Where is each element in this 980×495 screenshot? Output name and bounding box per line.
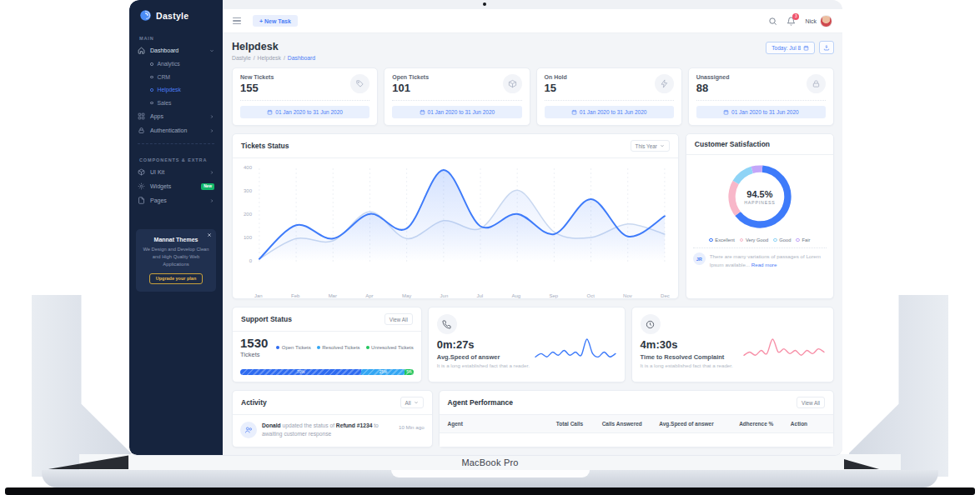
read-more-link[interactable]: Read more [751, 262, 777, 268]
page-content: Helpdesk Dastyle / Helpdesk / Dashboard … [223, 33, 842, 455]
new-task-button[interactable]: + New Task [253, 15, 298, 27]
tickets-total: 1530 [240, 337, 268, 349]
column-header: Adherence % [739, 421, 791, 427]
brand[interactable]: Dastyle [129, 0, 223, 28]
y-axis: 4003002001000 [238, 165, 254, 263]
satisfaction-note: JR There are many variations of passages… [693, 252, 827, 272]
legend-dot-open [276, 346, 279, 349]
nav-section-main: MAIN [129, 28, 223, 43]
legend-dot-very-good [740, 238, 744, 242]
tickets-status-card: Tickets Status This Year 4003002001000 [232, 133, 679, 299]
file-icon [138, 197, 145, 204]
chevron-right-icon [209, 114, 214, 119]
view-all-button[interactable]: View All [797, 397, 825, 408]
gear-icon [138, 182, 145, 190]
bullet-icon [150, 88, 153, 92]
clock-icon [641, 314, 661, 334]
sidebar-item-authentication[interactable]: Authentication [129, 123, 223, 138]
card-title: Activity [241, 398, 267, 407]
legend-dot-excellent [709, 238, 713, 242]
stat-cards-row: New Tickets 155 01 Jan 2020 to 31 Jun 20… [232, 68, 834, 126]
sidebar-item-crm[interactable]: CRM [129, 71, 223, 84]
divider [240, 100, 369, 101]
sidebar-item-widgets[interactable]: Widgets New [129, 179, 223, 193]
user-menu[interactable]: Nick [805, 15, 832, 28]
calendar-icon [571, 109, 577, 115]
year-filter-dropdown[interactable]: This Year [631, 140, 670, 152]
x-tick-label: Jan [254, 293, 263, 298]
date-range-label: 01 Jan 2020 to 31 Jun 2020 [731, 109, 799, 115]
sidebar-item-label: Sales [158, 100, 172, 106]
agent-performance-card: Agent Performance View All Agent Total C… [439, 390, 834, 448]
chevron-right-icon [209, 170, 214, 175]
customer-satisfaction-card: Customer Satisfaction 94.5% HAPPINESS [686, 133, 834, 299]
resolve-time-card: 4m:30s Time to Resolved Complaint It is … [631, 307, 834, 382]
lock-icon [807, 74, 826, 93]
notifications-button[interactable]: 3 [787, 17, 796, 26]
upgrade-plan-button[interactable]: Upgrade your plan [149, 273, 204, 284]
brand-logo-icon [139, 9, 152, 22]
chevron-down-icon [414, 400, 419, 405]
sidebar-item-label: UI Kit [150, 169, 164, 175]
laptop-base-notch [391, 470, 590, 478]
x-tick-label: Sep [549, 293, 558, 298]
menu-toggle-icon[interactable] [233, 18, 241, 25]
column-header: Total Calls [556, 421, 602, 427]
lock-icon [138, 127, 145, 134]
x-tick-label: Jun [440, 293, 449, 298]
download-button[interactable] [819, 41, 834, 54]
topbar: + New Task 3 Nick [223, 9, 842, 33]
main-area: + New Task 3 Nick Helpdesk [223, 0, 842, 455]
sidebar-item-analytics[interactable]: Analytics [129, 58, 223, 71]
sidebar-item-label: Analytics [158, 61, 180, 67]
view-all-button[interactable]: View All [384, 313, 413, 325]
x-tick-label: Jul [477, 293, 484, 298]
brand-name: Dastyle [156, 11, 188, 21]
sidebar-item-pages[interactable]: Pages [129, 193, 223, 208]
breadcrumb-root[interactable]: Dastyle [232, 55, 251, 61]
activity-item[interactable]: Donald updated the status of Refund #123… [233, 415, 432, 446]
x-tick-label: Dec [661, 293, 670, 298]
date-filter-button[interactable]: Today: Jul 8 [766, 42, 815, 54]
line-chart [254, 165, 670, 292]
laptop-base [42, 470, 938, 488]
sidebar-item-label: Helpdesk [158, 87, 181, 92]
sidebar-item-dashboard[interactable]: Dashboard [129, 43, 223, 58]
legend-label: Excellent [715, 238, 735, 242]
phone-icon [437, 314, 457, 334]
stat-value: 88 [696, 82, 730, 94]
progress-segment: 70% [240, 369, 361, 375]
sidebar-item-helpdesk[interactable]: Helpdesk [129, 83, 223, 97]
stat-card-unassigned: Unassigned 88 01 Jan 2020 to 31 Jun 2020 [688, 68, 834, 126]
card-title: Agent Performance [448, 398, 513, 407]
date-range-label: 01 Jan 2020 to 31 Jun 2020 [580, 109, 647, 115]
close-icon[interactable] [207, 232, 212, 238]
y-tick-label: 300 [244, 188, 252, 193]
macbook-mockup: MacBook Pro Dastyle MAIN Dashboard Analy… [0, 0, 980, 495]
stat-label: Open Tickets [392, 74, 429, 80]
stat-date-range[interactable]: 01 Jan 2020 to 31 Jun 2020 [696, 106, 826, 118]
user-activity-icon [240, 422, 257, 438]
legend-label: Good [779, 238, 791, 242]
breadcrumb-current[interactable]: Dashboard [288, 55, 315, 61]
search-icon[interactable] [768, 17, 777, 26]
sidebar-item-sales[interactable]: Sales [129, 97, 223, 110]
sidebar-item-label: Widgets [150, 183, 171, 189]
breadcrumb-separator: / [284, 55, 285, 61]
activity-action: updated the status of [283, 422, 334, 428]
breadcrumb-section[interactable]: Helpdesk [258, 55, 281, 61]
laptop-chin: MacBook Pro [79, 454, 901, 471]
stat-label: Unassigned [696, 74, 730, 80]
sidebar-divider [138, 143, 214, 144]
activity-actor: Donald [262, 422, 281, 428]
activity-filter-dropdown[interactable]: All [400, 397, 424, 408]
stat-date-range[interactable]: 01 Jan 2020 to 31 Jun 2020 [545, 106, 674, 118]
stat-date-range[interactable]: 01 Jan 2020 to 31 Jun 2020 [240, 106, 369, 118]
user-name: Nick [805, 18, 817, 24]
sidebar-item-apps[interactable]: Apps [129, 109, 223, 123]
stat-date-range[interactable]: 01 Jan 2020 to 31 Jun 2020 [392, 106, 521, 118]
avg-speed-sparkline [534, 336, 617, 366]
sidebar-item-uikit[interactable]: UI Kit [129, 165, 223, 179]
progress-segment: 25% [361, 369, 405, 375]
breadcrumb: Dastyle / Helpdesk / Dashboard [232, 55, 315, 61]
